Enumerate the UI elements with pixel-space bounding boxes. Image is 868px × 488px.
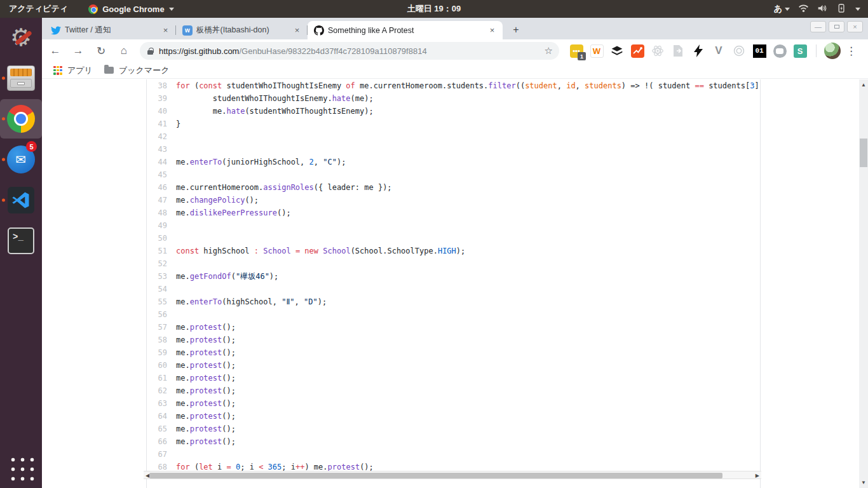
line-number[interactable]: 59 <box>147 346 176 359</box>
line-number[interactable]: 42 <box>147 130 176 143</box>
tab-close-button[interactable]: × <box>292 25 302 36</box>
browser-menu-button[interactable]: ⋮ <box>846 44 857 58</box>
chrome-window: Twitter / 通知×w板橋丼(Itabashi-don)×Somethin… <box>42 18 868 488</box>
scroll-down-arrow[interactable]: ▼ <box>859 480 868 485</box>
doc-export-extension[interactable] <box>671 44 685 58</box>
layers-extension[interactable] <box>610 44 624 58</box>
hatena-bookmark-extension[interactable]: •••1 <box>569 44 583 58</box>
clock-label[interactable]: 土曜日 19：09 <box>407 4 461 13</box>
scroll-up-arrow[interactable]: ▲ <box>859 82 868 88</box>
code-line: 54 <box>147 283 760 295</box>
line-number[interactable]: 43 <box>147 143 176 156</box>
profile-avatar[interactable] <box>824 43 841 59</box>
file-manager-icon <box>7 65 35 91</box>
zero-one-extension[interactable]: 01 <box>752 44 766 58</box>
line-number[interactable]: 60 <box>147 359 176 372</box>
restore-button[interactable] <box>829 21 844 32</box>
line-number[interactable]: 45 <box>147 168 176 181</box>
twitter-favicon <box>51 25 61 36</box>
home-button[interactable]: ⌂ <box>114 41 133 60</box>
line-number[interactable]: 48 <box>147 207 176 219</box>
line-number[interactable]: 66 <box>147 435 176 448</box>
code-line: 43 <box>147 143 760 156</box>
terminal-icon: >_ <box>8 227 34 254</box>
chevron-down-icon[interactable] <box>855 8 860 11</box>
code-line: 42 <box>147 130 760 143</box>
tab-2[interactable]: w板橋丼(Itabashi-don)× <box>176 21 308 39</box>
line-number[interactable]: 47 <box>147 194 176 207</box>
new-tab-button[interactable]: + <box>508 23 524 37</box>
activities-button[interactable]: アクティビティ <box>0 0 77 18</box>
wifi-icon[interactable] <box>798 4 809 14</box>
s-extension[interactable]: S <box>793 44 807 58</box>
line-number[interactable]: 52 <box>147 257 176 270</box>
close-button[interactable]: × <box>847 21 863 32</box>
code-text: me.protest(); <box>176 384 760 397</box>
back-button[interactable]: ← <box>46 41 65 60</box>
reload-button[interactable]: ↻ <box>92 41 111 60</box>
line-number[interactable]: 57 <box>147 321 176 334</box>
line-number[interactable]: 67 <box>147 448 176 461</box>
vue-devtools-extension[interactable]: V <box>712 44 726 58</box>
battery-icon[interactable] <box>836 4 847 14</box>
horizontal-scrollbar[interactable]: ◀ ▶ <box>144 471 761 479</box>
bookmark-folder[interactable]: ブックマーク <box>104 65 170 76</box>
address-bar[interactable]: https://gist.github.com/GenbuHase/98322b… <box>140 42 559 60</box>
dock-item-google-chrome[interactable] <box>0 99 42 139</box>
analytics-extension[interactable] <box>630 44 644 58</box>
show-applications-button[interactable] <box>7 454 35 482</box>
weblio-extension[interactable]: W <box>590 44 604 58</box>
vertical-scrollbar-thumb[interactable] <box>860 139 867 167</box>
input-method-indicator[interactable]: あ <box>774 3 790 15</box>
line-number[interactable]: 38 <box>147 79 176 92</box>
code-text <box>176 168 760 181</box>
code-line: 59me.protest(); <box>147 346 760 359</box>
dock-item-thunderbird[interactable]: ✉5 <box>0 140 42 179</box>
line-number[interactable]: 49 <box>147 219 176 232</box>
atom-extension[interactable] <box>651 44 665 58</box>
line-number[interactable]: 61 <box>147 372 176 384</box>
line-number[interactable]: 56 <box>147 308 176 321</box>
line-number[interactable]: 55 <box>147 295 176 308</box>
tab-close-button[interactable]: × <box>487 25 498 36</box>
line-number[interactable]: 54 <box>147 283 176 295</box>
line-number[interactable]: 58 <box>147 334 176 346</box>
line-number[interactable]: 46 <box>147 181 176 194</box>
dock-item-vscode[interactable] <box>0 180 42 220</box>
target-extension[interactable] <box>732 44 746 58</box>
scroll-right-arrow[interactable]: ▶ <box>756 473 759 478</box>
line-number[interactable]: 40 <box>147 105 176 118</box>
code-text: } <box>176 118 760 130</box>
line-number[interactable]: 44 <box>147 156 176 168</box>
line-extension[interactable] <box>773 44 787 58</box>
minimize-button[interactable]: — <box>810 21 826 32</box>
line-number[interactable]: 39 <box>147 92 176 105</box>
vertical-scrollbar[interactable]: ▲ ▼ <box>859 79 868 488</box>
dock-item-file-manager[interactable] <box>0 58 42 98</box>
line-number[interactable]: 50 <box>147 232 176 245</box>
github-favicon <box>314 25 324 36</box>
bookmark-star-icon[interactable]: ☆ <box>545 45 553 57</box>
dock-item-terminal[interactable]: >_ <box>0 221 42 261</box>
tab-3[interactable]: Something like A Protest× <box>308 21 503 39</box>
lightning-extension[interactable] <box>691 44 705 58</box>
line-number[interactable]: 65 <box>147 423 176 435</box>
line-number[interactable]: 64 <box>147 410 176 423</box>
app-menu[interactable]: Google Chrome <box>88 4 174 14</box>
line-number[interactable]: 63 <box>147 397 176 410</box>
running-indicator <box>2 77 5 80</box>
code-text: me.protest(); <box>176 435 760 448</box>
line-number[interactable]: 62 <box>147 384 176 397</box>
code-text: me.protest(); <box>176 372 760 384</box>
line-number[interactable]: 41 <box>147 118 176 130</box>
tab-close-button[interactable]: × <box>160 25 171 36</box>
horizontal-scrollbar-thumb[interactable] <box>149 473 722 478</box>
code-text <box>176 232 760 245</box>
line-number[interactable]: 51 <box>147 245 176 257</box>
dock-item-tweak-tool[interactable]: ⚙ <box>0 18 42 57</box>
volume-icon[interactable] <box>817 4 828 14</box>
bookmark-apps[interactable]: アプリ <box>53 65 93 76</box>
forward-button[interactable]: → <box>69 41 88 60</box>
line-number[interactable]: 53 <box>147 270 176 283</box>
tab-1[interactable]: Twitter / 通知× <box>44 21 176 39</box>
